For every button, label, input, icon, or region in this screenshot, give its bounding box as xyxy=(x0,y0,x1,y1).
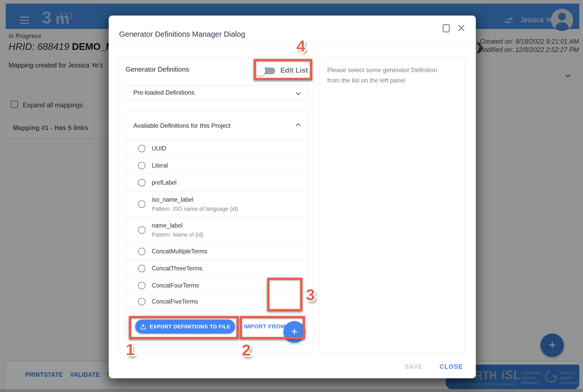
definition-label: ConcatFiveTerms xyxy=(152,298,198,305)
definition-label: name_label xyxy=(152,222,203,229)
preloaded-definitions-summary[interactable]: Pre-loaded Definitions xyxy=(126,85,308,100)
radio-icon[interactable] xyxy=(138,265,145,272)
definition-row[interactable]: UUID xyxy=(126,140,308,157)
definition-label: Literal xyxy=(152,162,168,169)
annotation-box-export xyxy=(129,316,239,339)
definition-detail-panel: Please select some generator Definition … xyxy=(320,57,465,353)
definition-label: UUID xyxy=(152,145,166,152)
radio-icon[interactable] xyxy=(138,179,145,186)
radio-icon[interactable] xyxy=(138,145,145,152)
annotation-box-import xyxy=(240,316,305,339)
save-button[interactable]: SAVE xyxy=(398,363,429,370)
chevron-up-icon xyxy=(296,123,301,128)
annotation-box-add-fab xyxy=(267,278,302,311)
radio-icon[interactable] xyxy=(138,248,145,255)
definition-pattern: Pattern: Name of {id} xyxy=(152,232,203,238)
definition-label: prefLabel xyxy=(152,179,177,186)
radio-icon[interactable] xyxy=(138,282,145,289)
definition-label: ConcatThreeTerms xyxy=(152,265,202,272)
definition-label: ConcatMultipleTerms xyxy=(152,248,207,255)
radio-icon[interactable] xyxy=(138,226,145,234)
annotation-number-2: 2 xyxy=(242,341,251,359)
dialog-header-divider xyxy=(109,41,476,42)
radio-icon[interactable] xyxy=(138,298,145,305)
annotation-number-1: 1 xyxy=(126,340,135,359)
available-definitions-label: Available Definitions for this Project xyxy=(133,122,231,129)
definition-row[interactable]: ConcatThreeTerms xyxy=(126,260,308,277)
definition-label: ConcatFourTerms xyxy=(152,282,199,289)
definition-pattern: Pattern: ISO name of language {id} xyxy=(152,206,238,212)
available-definitions-summary[interactable]: Available Definitions for this Project xyxy=(126,111,308,140)
definition-row[interactable]: ConcatMultipleTerms xyxy=(126,243,308,260)
annotation-number-3: 3 xyxy=(306,285,315,304)
radio-icon[interactable] xyxy=(138,200,145,208)
chevron-down-icon xyxy=(296,90,301,95)
preloaded-definitions-label: Pre-loaded Definitions xyxy=(133,89,194,96)
maximize-icon[interactable] xyxy=(443,24,450,32)
definition-row[interactable]: Literal xyxy=(126,157,308,174)
definition-row[interactable]: iso_name_label Pattern: ISO name of lang… xyxy=(126,191,308,217)
definitions-heading: Generator Definitions xyxy=(126,65,189,73)
definition-row[interactable]: prefLabel xyxy=(126,174,308,191)
annotation-box-edit-list xyxy=(254,59,312,80)
radio-icon[interactable] xyxy=(138,162,145,169)
definition-label: iso_name_label xyxy=(152,196,238,203)
preloaded-definitions-accordion: Pre-loaded Definitions xyxy=(125,85,308,100)
definition-row[interactable]: name_label Pattern: Name of {id} xyxy=(126,217,308,243)
close-button[interactable]: CLOSE xyxy=(434,363,468,370)
dialog-title: Generator Definitions Manager Dialog xyxy=(119,30,245,39)
close-icon[interactable] xyxy=(457,23,466,33)
annotation-number-4: 4 xyxy=(296,37,305,55)
empty-state-text: Please select some generator Definition … xyxy=(327,65,437,86)
